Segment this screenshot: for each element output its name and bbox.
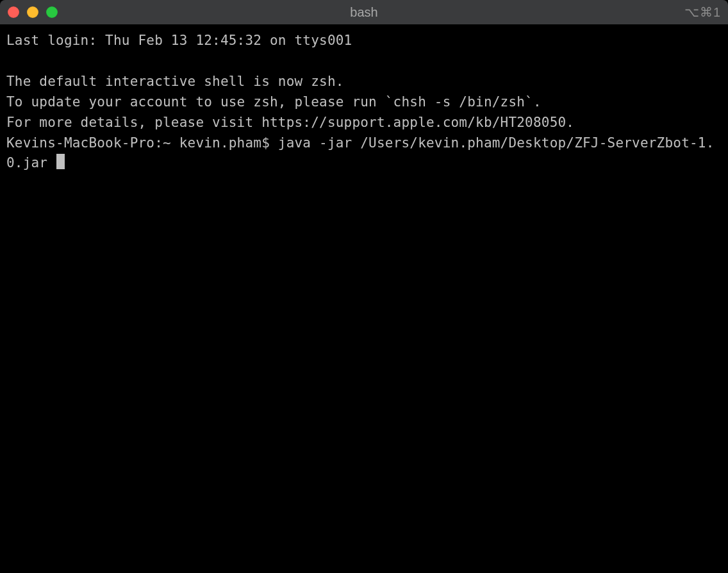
minimize-button[interactable] [27, 6, 38, 18]
terminal-window: bash ⌥⌘1 Last login: Thu Feb 13 12:45:32… [0, 0, 728, 573]
terminal-output[interactable]: Last login: Thu Feb 13 12:45:32 on ttys0… [0, 24, 728, 573]
command-key-icon: ⌘ [700, 4, 713, 20]
window-title: bash [350, 5, 377, 20]
zsh-notice-2: To update your account to use zsh, pleas… [6, 94, 542, 110]
prompt-line: Kevins-MacBook-Pro:~ kevin.pham$ java -j… [6, 135, 715, 171]
zsh-notice-3: For more details, please visit https://s… [6, 115, 574, 130]
shortcut-number: 1 [713, 5, 720, 20]
traffic-lights [8, 6, 58, 18]
maximize-button[interactable] [46, 6, 58, 18]
cursor [56, 154, 65, 169]
close-button[interactable] [8, 6, 19, 18]
last-login-line: Last login: Thu Feb 13 12:45:32 on ttys0… [6, 33, 352, 48]
titlebar[interactable]: bash ⌥⌘1 [0, 0, 728, 24]
shell-prompt: Kevins-MacBook-Pro:~ kevin.pham$ [6, 135, 278, 151]
zsh-notice-1: The default interactive shell is now zsh… [6, 74, 344, 89]
keyboard-shortcut-indicator: ⌥⌘1 [684, 4, 720, 20]
option-key-icon: ⌥ [684, 4, 699, 20]
